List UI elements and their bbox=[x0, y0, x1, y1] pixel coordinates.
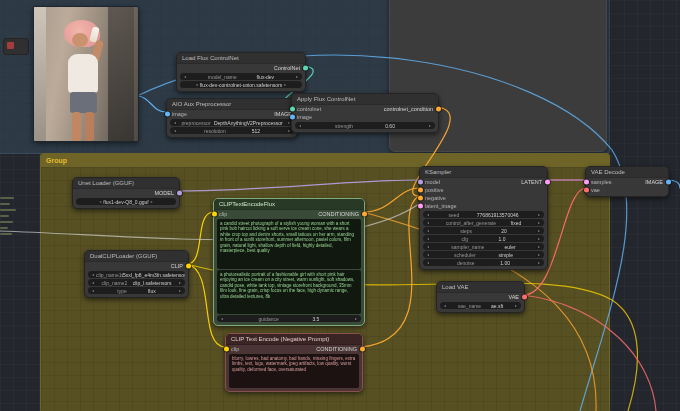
port-row: VAE bbox=[437, 293, 524, 301]
guidance-widget[interactable]: guidance 3.5 bbox=[217, 315, 361, 322]
node-title[interactable]: KSampler bbox=[420, 167, 547, 178]
load-image-node[interactable] bbox=[33, 6, 139, 142]
widget-value: fixed bbox=[511, 220, 522, 226]
node-title[interactable]: DualCLIPLoader (GGUF) bbox=[85, 251, 188, 262]
widget-label: denoise bbox=[457, 260, 475, 266]
conditioning-output-port[interactable] bbox=[360, 347, 365, 352]
vae-output-port[interactable] bbox=[522, 295, 527, 300]
t5xxl-textarea[interactable]: a photorealistic portrait of a fashionab… bbox=[217, 270, 361, 314]
clip-output-label: CLIP bbox=[171, 263, 183, 269]
port-row: image IMAGE bbox=[167, 110, 297, 118]
resolution-widget[interactable]: resolution 512 bbox=[170, 127, 294, 134]
cfg-widget[interactable]: cfg 1.0 bbox=[423, 235, 544, 242]
conditioning-output-port[interactable] bbox=[362, 212, 367, 217]
stub-line bbox=[0, 197, 14, 199]
widget-label: type bbox=[117, 288, 126, 294]
widget-label: model_name bbox=[208, 74, 237, 80]
samples-input-port[interactable] bbox=[584, 180, 589, 185]
seed-widget[interactable]: seed 776861913570046 bbox=[423, 211, 544, 218]
controlnet-output-port[interactable] bbox=[303, 66, 308, 71]
denoise-widget[interactable]: denoise 1.00 bbox=[423, 259, 544, 266]
clip-input-port[interactable] bbox=[224, 347, 229, 352]
model-input-label: model bbox=[425, 179, 440, 185]
image-output-port[interactable] bbox=[666, 180, 671, 185]
node-title[interactable]: VAE Decode bbox=[586, 167, 668, 178]
widget-label: cfg bbox=[461, 236, 468, 242]
offscreen-node-stub bbox=[0, 197, 16, 239]
negative-input-label: negative bbox=[425, 195, 446, 201]
port-row: ControlNet bbox=[177, 64, 305, 72]
widget-label: guidance bbox=[259, 316, 279, 322]
vae-decode-node[interactable]: VAE Decode samples IMAGE vae bbox=[585, 166, 669, 197]
positive-input-label: positive bbox=[425, 187, 444, 193]
model-name-widget[interactable]: model_name flux-dev bbox=[180, 73, 302, 80]
negative-textarea[interactable]: blurry, lowres, bad anatomy, bad hands, … bbox=[229, 354, 359, 388]
aio-aux-preprocessor-node[interactable]: AIO Aux Preprocessor image IMAGE preproc… bbox=[166, 98, 298, 138]
widget-value: euler bbox=[505, 244, 516, 250]
clip-l-textarea[interactable]: a candid street photograph of a stylish … bbox=[217, 219, 361, 269]
widget-value: 512 bbox=[252, 128, 260, 134]
dual-clip-loader-node[interactable]: DualCLIPLoader (GGUF) CLIP clip_name1 t5… bbox=[84, 250, 189, 298]
strength-widget[interactable]: strength 0.60 bbox=[295, 122, 435, 129]
condition-output-port[interactable] bbox=[436, 107, 441, 112]
model-input-port[interactable] bbox=[418, 180, 423, 185]
node-title[interactable]: CLIP Text Encode (Negative Prompt) bbox=[226, 334, 362, 345]
port-row: controlnet controlnet_condition bbox=[292, 105, 438, 113]
node-title[interactable]: CLIPTextEncodeFlux bbox=[214, 199, 364, 210]
latent-input-port[interactable] bbox=[418, 204, 423, 209]
sampler-name-widget[interactable]: sampler_name euler bbox=[423, 243, 544, 250]
load-flux-controlnet-node[interactable]: Load Flux ControlNet ControlNet model_na… bbox=[176, 52, 306, 92]
clip-text-encode-negative-node[interactable]: CLIP Text Encode (Negative Prompt) clip … bbox=[225, 333, 363, 392]
node-title[interactable]: Load Flux ControlNet bbox=[177, 53, 305, 64]
vae-input-port[interactable] bbox=[584, 188, 589, 193]
load-vae-node[interactable]: Load VAE VAE vae_name ae.sft bbox=[436, 281, 525, 313]
node-title[interactable]: Apply Flux ControlNet bbox=[292, 94, 438, 105]
positive-input-port[interactable] bbox=[418, 188, 423, 193]
latent-output-port[interactable] bbox=[545, 180, 550, 185]
clip-name1-widget[interactable]: clip_name1 t5xxl_fp8_e4m3fn.safetensors bbox=[88, 271, 185, 278]
image-input-port[interactable] bbox=[290, 115, 295, 120]
control-after-generate-widget[interactable]: control_after_generate fixed bbox=[423, 219, 544, 226]
node-title[interactable]: Load VAE bbox=[437, 282, 524, 293]
ksampler-node[interactable]: KSampler model LATENT positive negative … bbox=[419, 166, 548, 270]
photo-doorway bbox=[108, 7, 134, 141]
condition-output-label: controlnet_condition bbox=[384, 106, 433, 112]
preprocessor-widget[interactable]: preprocessor DepthAnythingV2Preprocessor bbox=[170, 119, 294, 126]
clip-input-port[interactable] bbox=[212, 212, 217, 217]
scheduler-widget[interactable]: scheduler simple bbox=[423, 251, 544, 258]
port-row: latent_image bbox=[420, 202, 547, 210]
type-widget[interactable]: type flux bbox=[88, 287, 185, 294]
port-row: image bbox=[292, 113, 438, 121]
widget-label: resolution bbox=[204, 128, 226, 134]
widget-value: flux-dev bbox=[257, 74, 275, 80]
apply-flux-controlnet-node[interactable]: Apply Flux ControlNet controlnet control… bbox=[291, 93, 439, 133]
unet-loader-node[interactable]: Unet Loader (GGUF) MODEL flux1-dev-Q8_0.… bbox=[72, 177, 180, 209]
controlnet-input-port[interactable] bbox=[290, 107, 295, 112]
image-input-label: image bbox=[172, 111, 187, 117]
photo-wall-column bbox=[34, 7, 46, 141]
port-row: clip CONDITIONING bbox=[214, 210, 364, 218]
vae-name-widget[interactable]: vae_name ae.sft bbox=[440, 302, 521, 309]
stub-line bbox=[0, 227, 8, 229]
collapsed-node[interactable] bbox=[3, 38, 29, 55]
controlnet-path-widget[interactable]: flux-dev-controlnet-union.safetensors bbox=[180, 81, 302, 88]
unet-name-widget[interactable]: flux1-dev-Q8_0.gguf bbox=[76, 198, 176, 205]
node-editor-canvas[interactable]: Group bbox=[0, 0, 680, 411]
clip-name2-widget[interactable]: clip_name2 clip_l.safetensors bbox=[88, 279, 185, 286]
model-output-port[interactable] bbox=[177, 191, 182, 196]
widget-label: control_after_generate bbox=[446, 220, 496, 226]
node-title[interactable]: Unet Loader (GGUF) bbox=[73, 178, 179, 189]
clip-text-encode-positive-node[interactable]: CLIPTextEncodeFlux clip CONDITIONING a c… bbox=[213, 198, 365, 326]
clip-output-port[interactable] bbox=[186, 264, 191, 269]
stub-line bbox=[0, 221, 13, 223]
vae-output-label: VAE bbox=[508, 294, 519, 300]
widget-value: ae.sft bbox=[491, 303, 503, 309]
widget-value: 3.5 bbox=[312, 316, 319, 322]
steps-widget[interactable]: steps 20 bbox=[423, 227, 544, 234]
node-title[interactable]: AIO Aux Preprocessor bbox=[167, 99, 297, 110]
image-input-port[interactable] bbox=[165, 112, 170, 117]
negative-input-port[interactable] bbox=[418, 196, 423, 201]
widget-value: 1.00 bbox=[500, 260, 510, 266]
samples-input-label: samples bbox=[591, 179, 611, 185]
port-row: CLIP bbox=[85, 262, 188, 270]
